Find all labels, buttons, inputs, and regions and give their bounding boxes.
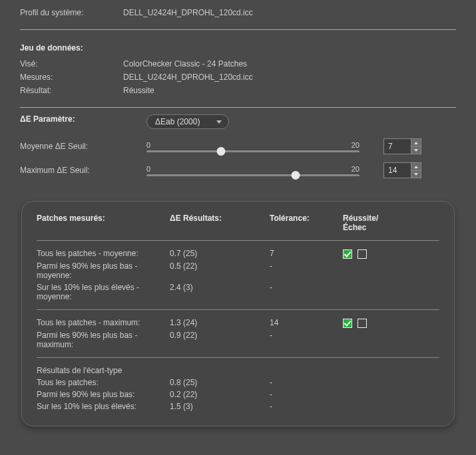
- divider: [37, 357, 439, 358]
- profile-value: DELL_U2424H_DPROHL_120cd.icc: [123, 8, 253, 17]
- g1-r2-label: Parmi les 90% les plus bas - moyenne:: [37, 261, 170, 280]
- g1-r3-tol: -: [270, 283, 343, 301]
- de-param-select[interactable]: ΔEab (2000): [146, 114, 229, 129]
- divider: [37, 240, 439, 241]
- max-threshold-up[interactable]: [411, 163, 421, 170]
- measures-value: DELL_U2424H_DPROHL_120cd.icc: [123, 73, 253, 82]
- g1-pass-checkbox[interactable]: [343, 249, 352, 259]
- g1-r1-tol: 7: [270, 249, 343, 259]
- g3-r1-tol: -: [270, 378, 343, 387]
- measures-label: Mesures:: [20, 73, 123, 82]
- profile-label: Profil du système:: [20, 8, 123, 17]
- g1-r3-label: Sur les 10% les plus élevés - moyenne:: [37, 283, 170, 301]
- avg-threshold-label: Moyenne ΔE Seuil:: [20, 142, 146, 151]
- slider-min: 0: [146, 165, 150, 173]
- chevron-up-icon: [414, 166, 418, 168]
- results-panel: Patches mesurés: ΔE Résultats: Tolérance…: [21, 201, 455, 426]
- chevron-down-icon: [414, 173, 418, 176]
- g2-r2-de: 0.9 (22): [170, 331, 270, 349]
- g2-r1-tol: 14: [270, 318, 343, 328]
- g1-r2-de: 0.5 (22): [170, 261, 270, 280]
- chevron-up-icon: [414, 142, 418, 144]
- de-param-label: ΔE Paramètre:: [20, 114, 146, 124]
- g3-r3-tol: -: [270, 402, 343, 411]
- slider-min: 0: [146, 141, 150, 149]
- max-threshold-down[interactable]: [411, 170, 421, 178]
- slider-max: 20: [352, 165, 359, 173]
- avg-threshold-slider[interactable]: [146, 150, 359, 152]
- g1-r1-label: Tous les patches - moyenne:: [37, 249, 170, 259]
- avg-threshold-thumb[interactable]: [217, 147, 226, 156]
- g3-r3-label: Sur les 10% les plus élevés:: [37, 402, 170, 411]
- g3-heading: Résultats de l'écart-type: [37, 366, 170, 375]
- max-threshold-label: Maximum ΔE Seuil:: [20, 166, 146, 175]
- avg-threshold-up[interactable]: [411, 139, 421, 146]
- g2-r2-tol: -: [270, 331, 343, 349]
- de-param-selected: ΔEab (2000): [155, 117, 200, 126]
- col-header-passfail: Réussite/ Échec: [343, 214, 396, 232]
- g1-r1-de: 0.7 (25): [170, 249, 270, 259]
- g3-r1-de: 0.8 (25): [170, 378, 270, 387]
- g2-r2-label: Parmi les 90% les plus bas - maximum:: [37, 331, 170, 349]
- divider: [37, 309, 439, 310]
- target-label: Visé:: [20, 59, 123, 69]
- max-threshold-slider[interactable]: [146, 174, 359, 176]
- max-threshold-thumb[interactable]: [292, 171, 300, 180]
- col-header-tolerance: Tolérance:: [270, 214, 343, 232]
- g2-r1-de: 1.3 (24): [170, 318, 270, 328]
- g3-r2-label: Parmi les 90% les plus bas:: [37, 390, 170, 399]
- g3-r3-de: 1.5 (3): [170, 402, 270, 411]
- result-label: Résultat:: [20, 86, 123, 95]
- target-value: ColorChecker Classic - 24 Patches: [123, 59, 247, 69]
- g3-r2-tol: -: [270, 390, 343, 399]
- dataset-heading: Jeu de données:: [20, 43, 456, 53]
- g1-fail-checkbox[interactable]: [357, 249, 367, 259]
- g1-r3-de: 2.4 (3): [170, 283, 270, 301]
- slider-max: 20: [352, 141, 359, 149]
- max-threshold-spinner[interactable]: [383, 162, 421, 178]
- g2-r1-label: Tous les patches - maximum:: [37, 318, 170, 328]
- divider: [20, 107, 456, 108]
- avg-threshold-down[interactable]: [411, 146, 421, 154]
- col-header-patches: Patches mesurés:: [37, 214, 170, 232]
- max-threshold-input[interactable]: [384, 163, 411, 178]
- result-value: Réussite: [123, 86, 154, 95]
- chevron-down-icon: [414, 149, 418, 152]
- avg-threshold-spinner[interactable]: [383, 138, 421, 154]
- col-header-de: ΔE Résultats:: [170, 214, 270, 232]
- avg-threshold-input[interactable]: [384, 139, 411, 154]
- g1-r2-tol: -: [270, 261, 343, 280]
- g2-fail-checkbox[interactable]: [357, 319, 367, 328]
- divider: [20, 29, 456, 30]
- g3-r2-de: 0.2 (22): [170, 390, 270, 399]
- g3-r1-label: Tous les patches:: [37, 378, 170, 387]
- g2-pass-checkbox[interactable]: [343, 319, 352, 328]
